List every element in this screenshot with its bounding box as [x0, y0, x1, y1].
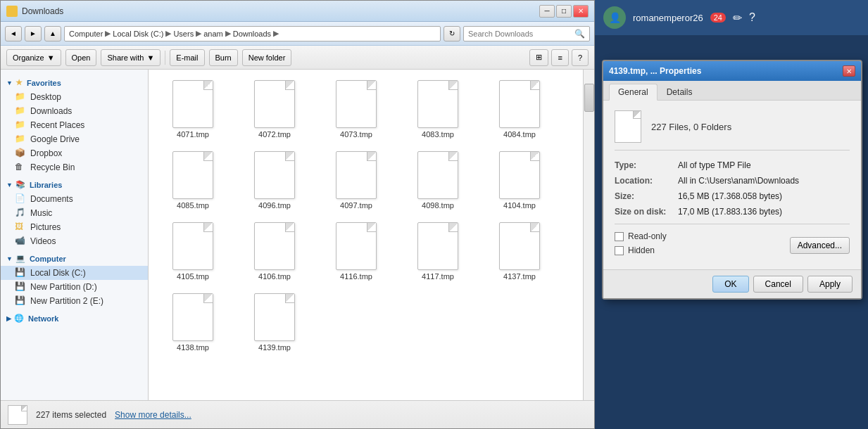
pictures-folder-icon: 🖼 [15, 222, 26, 233]
dialog-close-button[interactable]: ✕ [843, 65, 855, 77]
breadcrumb-users[interactable]: Users [173, 30, 194, 38]
sidebar-item-music[interactable]: 🎵 Music [1, 206, 148, 220]
file-item[interactable]: 4116.tmp [317, 217, 395, 284]
cancel-button[interactable]: Cancel [753, 276, 803, 293]
file-item[interactable]: 4138.tmp [154, 288, 232, 355]
minimize-button[interactable]: ─ [539, 5, 555, 18]
toolbar-right: ⊞ ≡ ? [529, 49, 589, 66]
up-button[interactable]: ▲ [44, 26, 61, 41]
forward-button[interactable]: ► [25, 26, 42, 41]
sidebar-item-videos[interactable]: 📹 Videos [1, 234, 148, 248]
file-item[interactable]: 4084.tmp [481, 75, 558, 142]
status-count: 227 items selected [36, 410, 106, 420]
file-item[interactable]: 4083.tmp [399, 75, 477, 142]
burn-button[interactable]: Burn [209, 49, 238, 66]
recycle-bin-icon: 🗑 [15, 162, 26, 173]
refresh-button[interactable]: ↻ [444, 26, 460, 41]
share-with-button[interactable]: Share with ▼ [101, 49, 161, 66]
libraries-header[interactable]: ▼ 📚 Libraries [1, 177, 148, 192]
notification-badge[interactable]: 24 [710, 13, 726, 23]
breadcrumb-anam[interactable]: anam [203, 30, 223, 38]
sidebar-item-pictures[interactable]: 🖼 Pictures [1, 220, 148, 234]
file-item[interactable]: 4073.tmp [317, 75, 395, 142]
organize-button[interactable]: Organize ▼ [6, 49, 61, 66]
libraries-icon: 📚 [15, 180, 25, 189]
network-header[interactable]: ▶ 🌐 Network [1, 311, 148, 326]
file-item[interactable]: 4117.tmp [399, 217, 477, 284]
downloads-folder-icon: 📁 [15, 105, 26, 117]
sidebar-item-recent[interactable]: 📁 Recent Places [1, 118, 148, 132]
sidebar-item-partition-d[interactable]: 💾 New Partition (D:) [1, 280, 148, 294]
breadcrumb-computer[interactable]: Computer [69, 30, 103, 38]
dropbox-icon: 📦 [15, 148, 26, 159]
scrollbar-track[interactable] [583, 70, 594, 400]
file-name: 4138.tmp [177, 343, 209, 352]
scrollbar-thumb[interactable] [584, 84, 594, 112]
edit-icon[interactable]: ✏ [733, 11, 742, 25]
file-item[interactable]: 4085.tmp [154, 146, 232, 213]
type-label: Type: [615, 160, 678, 170]
sidebar-item-recycle[interactable]: 🗑 Recycle Bin [1, 160, 148, 174]
sidebar-item-googledrive-label: Google Drive [30, 134, 80, 144]
file-name: 4105.tmp [177, 272, 209, 281]
hidden-checkbox[interactable] [615, 246, 624, 255]
tab-general[interactable]: General [609, 84, 658, 101]
sidebar-item-localdisk[interactable]: 💾 Local Disk (C:) [1, 266, 148, 280]
breadcrumb-localdisk[interactable]: Local Disk (C:) [113, 30, 163, 38]
dialog-title-bar: 4139.tmp, ... Properties ✕ [603, 61, 861, 81]
sidebar-item-downloads[interactable]: 📁 Downloads [1, 104, 148, 118]
file-icon-wrapper [250, 151, 299, 199]
file-icon-wrapper [250, 222, 299, 270]
sidebar-item-partition-e[interactable]: 💾 New Partition 2 (E:) [1, 294, 148, 308]
file-item[interactable]: 4098.tmp [399, 146, 477, 213]
back-button[interactable]: ◄ [5, 26, 22, 41]
tmp-file-icon [254, 293, 295, 341]
tmp-file-icon [499, 222, 540, 270]
file-item[interactable]: 4072.tmp [236, 75, 313, 142]
search-input[interactable] [468, 30, 574, 38]
ok-button[interactable]: OK [712, 276, 748, 293]
file-item[interactable]: 4071.tmp [154, 75, 232, 142]
size-on-disk-value: 17,0 MB (17.883.136 bytes) [678, 207, 782, 217]
readonly-checkbox[interactable] [615, 232, 624, 241]
breadcrumb-downloads[interactable]: Downloads [233, 30, 271, 38]
file-item[interactable]: 4097.tmp [317, 146, 395, 213]
computer-header[interactable]: ▼ 💻 Computer [1, 251, 148, 266]
email-button[interactable]: E-mail [170, 49, 204, 66]
sidebar-item-googledrive[interactable]: 📁 Google Drive [1, 132, 148, 146]
computer-chevron: ▼ [6, 255, 13, 262]
file-item[interactable]: 4096.tmp [236, 146, 313, 213]
breadcrumb[interactable]: Computer ▶ Local Disk (C:) ▶ Users ▶ ana… [64, 26, 441, 41]
status-link[interactable]: Show more details... [115, 410, 191, 420]
advanced-button[interactable]: Advanced... [790, 237, 850, 254]
favorites-header[interactable]: ▼ ★ Favorites [1, 75, 148, 90]
view-icons-button[interactable]: ⊞ [529, 49, 548, 66]
maximize-button[interactable]: □ [556, 5, 572, 18]
file-item[interactable]: 4105.tmp [154, 217, 232, 284]
prop-size-row: Size: 16,5 MB (17.368.058 bytes) [615, 191, 850, 201]
close-button[interactable]: ✕ [573, 5, 589, 18]
hidden-label: Hidden [628, 245, 655, 255]
network-icon: 🌐 [14, 314, 24, 323]
file-item[interactable]: 4137.tmp [481, 217, 558, 284]
file-item[interactable]: 4104.tmp [481, 146, 558, 213]
tmp-file-icon [254, 151, 295, 199]
share-chevron: ▼ [146, 53, 154, 62]
dialog-title: 4139.tmp, ... Properties [609, 66, 701, 76]
file-name: 4071.tmp [177, 130, 209, 139]
new-folder-label: New folder [249, 53, 286, 62]
file-item[interactable]: 4106.tmp [236, 217, 313, 284]
view-details-button[interactable]: ≡ [551, 49, 568, 66]
open-button[interactable]: Open [65, 49, 97, 66]
apply-button[interactable]: Apply [807, 276, 853, 293]
sidebar-item-dropbox[interactable]: 📦 Dropbox [1, 146, 148, 160]
tmp-file-icon [336, 80, 377, 128]
file-item[interactable]: 4139.tmp [236, 288, 313, 355]
help-icon[interactable]: ? [749, 11, 755, 24]
sidebar-item-documents[interactable]: 📄 Documents [1, 192, 148, 206]
sidebar-item-desktop[interactable]: 📁 Desktop [1, 90, 148, 104]
new-folder-button[interactable]: New folder [242, 49, 292, 66]
file-icon-wrapper [495, 151, 544, 199]
tab-details[interactable]: Details [658, 84, 702, 100]
help-toolbar-button[interactable]: ? [572, 49, 589, 66]
